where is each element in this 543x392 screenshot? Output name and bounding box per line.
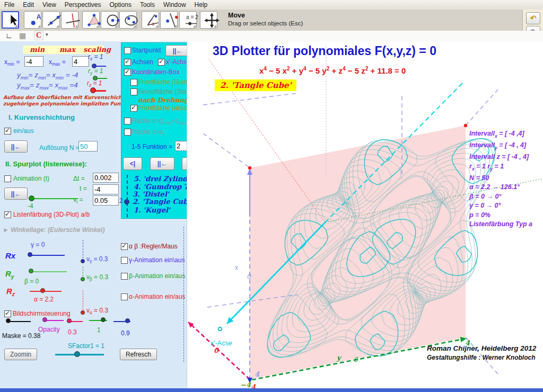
xmin-input[interactable] xyxy=(24,56,43,67)
circle-tool-button[interactable] xyxy=(101,11,118,29)
s09-slider-handle[interactable] xyxy=(125,318,130,323)
line-tool-button[interactable] xyxy=(42,11,60,29)
einaus-checkbox[interactable] xyxy=(4,128,11,135)
valpha-slider-handle[interactable] xyxy=(81,310,85,315)
koordbox-checkbox[interactable] xyxy=(124,69,131,76)
move-graphics-tool-button[interactable] xyxy=(200,11,217,29)
maske-slider-handle[interactable] xyxy=(6,318,11,323)
grid-toggle-icon[interactable]: ▦ xyxy=(19,31,26,40)
s1-slider-handle[interactable] xyxy=(101,317,106,322)
menu-file[interactable]: File xyxy=(0,1,19,9)
achsen-checkbox[interactable] xyxy=(124,59,131,66)
capture-icon[interactable]: C xyxy=(34,31,43,40)
beta-slider-handle[interactable] xyxy=(29,269,33,273)
rx-slider-label: rx = 1 xyxy=(88,53,103,61)
plane-corner-point-right[interactable] xyxy=(464,124,467,127)
xmax-input[interactable] xyxy=(72,56,89,67)
frontflaeche-start-checkbox[interactable] xyxy=(130,79,137,86)
menu-help[interactable]: Help xyxy=(190,1,212,9)
info-gamma: γ = 0 → 0° xyxy=(469,201,543,211)
menu-edit[interactable]: Edit xyxy=(19,1,38,9)
p-slider[interactable] xyxy=(183,227,184,362)
s1-value-label: 1 xyxy=(97,326,101,334)
rz-slider-handle[interactable] xyxy=(90,87,96,93)
t-slider[interactable] xyxy=(31,198,78,199)
graphics-view[interactable]: 3D Plotter für polynomiales F(x,y,z) = 0… xyxy=(187,41,543,388)
beta-slider[interactable] xyxy=(31,271,67,272)
function-list-item-1[interactable]: 1. 'Kugel' xyxy=(134,206,170,214)
special-line-tool-button[interactable] xyxy=(61,11,78,29)
caret-down-icon[interactable]: ▾ xyxy=(46,32,48,37)
zoomin-button[interactable]: Zoomin xyxy=(4,349,37,360)
move-view-icon xyxy=(204,12,220,29)
refresch-button[interactable]: Refresch xyxy=(120,349,157,360)
reset-t-button[interactable]: ||← xyxy=(4,188,28,200)
bildschirm-checkbox[interactable] xyxy=(4,310,11,317)
slider-tool-button[interactable]: a = 2 xyxy=(179,11,197,29)
x-axis-label: x xyxy=(235,264,238,271)
aufloesung-input[interactable] xyxy=(78,141,98,152)
animation-checkbox[interactable] xyxy=(4,175,11,182)
dt-input[interactable] xyxy=(93,173,119,183)
s03-slider-handle[interactable] xyxy=(67,318,72,323)
frontflaeche-aktuell-checkbox[interactable] xyxy=(130,105,137,112)
info-intervall-x: Intervallx = [ -4 ,4] xyxy=(469,129,543,141)
vgamma-slider-handle[interactable] xyxy=(81,259,85,263)
alpha-animation-checkbox[interactable] xyxy=(121,293,128,300)
sfactor-slider-handle[interactable] xyxy=(74,351,80,357)
undo-button[interactable]: ↶ xyxy=(526,12,540,24)
axes-toggle-icon[interactable]: ∟ xyxy=(5,31,13,40)
polygon-tool-button[interactable] xyxy=(82,11,100,29)
valpha-slider[interactable] xyxy=(83,290,83,313)
winkellage-header[interactable]: ► Winkellage: (Eulersche Winkel) xyxy=(3,226,104,234)
t-input[interactable] xyxy=(93,184,119,194)
vt-input[interactable] xyxy=(93,195,119,206)
t-slider-handle[interactable] xyxy=(29,195,34,201)
angle-tool-button[interactable]: α xyxy=(142,11,159,29)
grundflaeche-start-checkbox[interactable] xyxy=(130,88,137,95)
menu-tools[interactable]: Tools xyxy=(136,1,159,9)
startpunkt-point[interactable] xyxy=(218,327,222,331)
function-list-item-3[interactable]: 3. 'Distel' xyxy=(133,190,169,198)
reflect-tool-button[interactable] xyxy=(160,11,178,29)
conic-tool-button[interactable] xyxy=(119,11,137,29)
flaeche-az-checkbox[interactable] xyxy=(124,129,131,136)
opacity-slider-handle[interactable] xyxy=(42,317,47,322)
alpha-slider[interactable] xyxy=(30,291,62,292)
pause-function-button[interactable]: ||← xyxy=(150,157,174,170)
xachse-checkbox[interactable] xyxy=(158,59,165,66)
active-tool-title: Move xyxy=(228,12,245,19)
point-tool-button[interactable]: A xyxy=(24,11,41,29)
polygon-icon xyxy=(86,12,102,29)
vbeta-slider-handle[interactable] xyxy=(81,277,85,281)
slider-icon: a = 2 xyxy=(183,12,199,29)
alpha-slider-handle[interactable] xyxy=(40,288,45,293)
cursor-icon xyxy=(6,13,21,28)
funktion-slider[interactable] xyxy=(127,175,128,217)
menu-perspectives[interactable]: Perspectives xyxy=(60,1,106,9)
menu-view[interactable]: View xyxy=(38,1,60,9)
opacity-slider[interactable] xyxy=(45,320,64,321)
ry-rotation-label: Ry xyxy=(5,269,14,280)
reset-n-button[interactable]: ||← xyxy=(4,140,28,153)
gamma-slider-handle[interactable] xyxy=(28,252,32,257)
maske-slider[interactable] xyxy=(7,321,31,322)
menu-window[interactable]: Window xyxy=(159,1,190,9)
plane-corner-point-left[interactable] xyxy=(248,166,251,170)
gamma-slider[interactable] xyxy=(30,255,65,256)
move-tool-button[interactable] xyxy=(2,11,19,29)
max-header: max xyxy=(59,46,75,54)
vgamma-slider[interactable] xyxy=(83,240,83,261)
listenfaerbung-checkbox[interactable] xyxy=(4,211,11,218)
maske-value-label: Maske = 0.38 xyxy=(2,332,40,340)
gamma-animation-checkbox[interactable] xyxy=(121,257,128,264)
regler-maus-checkbox[interactable] xyxy=(121,243,128,250)
flaeche-mitte-checkbox[interactable] xyxy=(124,118,131,124)
menu-options[interactable]: Options xyxy=(106,1,136,9)
beta-animation-checkbox[interactable] xyxy=(121,273,128,280)
funktion-slider-handle[interactable] xyxy=(124,199,129,204)
function-list-item-2[interactable]: 2. 'Tangle Cube' xyxy=(133,198,194,206)
prev-function-button[interactable]: <| xyxy=(123,157,142,170)
t-label: t = xyxy=(80,185,87,192)
startpunkt-checkbox[interactable] xyxy=(124,47,131,54)
